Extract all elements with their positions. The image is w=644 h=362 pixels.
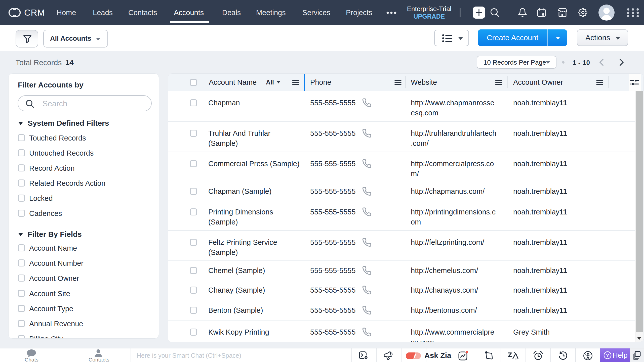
svg-text:?: ? — [606, 353, 609, 358]
